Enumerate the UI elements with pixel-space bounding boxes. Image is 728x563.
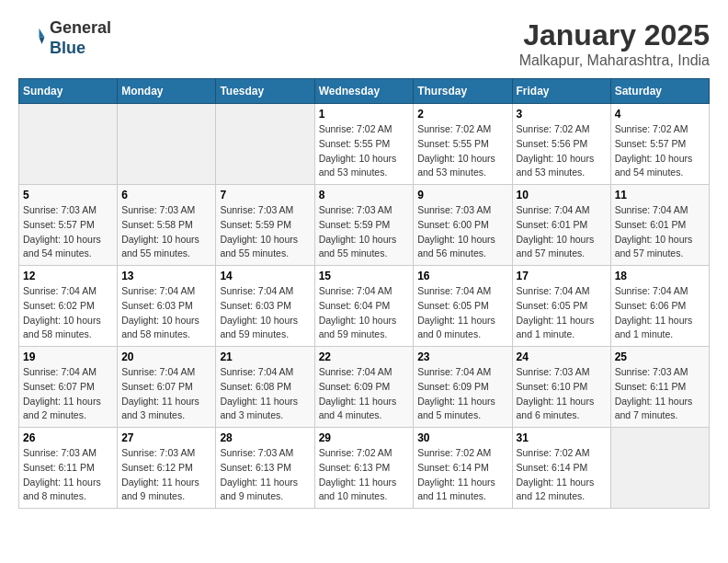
day-info: Sunrise: 7:04 AMSunset: 6:07 PMDaylight:… <box>23 365 113 423</box>
day-number: 1 <box>319 108 410 121</box>
daylight-text: Daylight: 11 hours and 0 minutes. <box>417 314 507 343</box>
sunset-text: Sunset: 6:11 PM <box>615 380 705 395</box>
day-info: Sunrise: 7:02 AMSunset: 6:14 PMDaylight:… <box>417 446 507 504</box>
day-number: 11 <box>615 189 705 201</box>
page-header: General Blue January 2025 Malkapur, Maha… <box>18 18 710 69</box>
day-number: 17 <box>517 270 607 282</box>
sunrise-text: Sunrise: 7:04 AM <box>417 365 507 380</box>
day-number: 18 <box>615 270 705 282</box>
day-info: Sunrise: 7:03 AMSunset: 6:11 PMDaylight:… <box>23 446 113 504</box>
calendar-cell: 11Sunrise: 7:04 AMSunset: 6:01 PMDayligh… <box>610 185 709 266</box>
daylight-text: Daylight: 10 hours and 59 minutes. <box>220 314 310 343</box>
day-number: 15 <box>319 270 410 282</box>
day-info: Sunrise: 7:04 AMSunset: 6:07 PMDaylight:… <box>121 365 211 423</box>
daylight-text: Daylight: 11 hours and 8 minutes. <box>23 476 113 505</box>
daylight-text: Daylight: 10 hours and 59 minutes. <box>319 314 410 343</box>
logo: General Blue <box>18 18 111 58</box>
sunset-text: Sunset: 6:03 PM <box>220 299 310 314</box>
calendar-cell: 9Sunrise: 7:03 AMSunset: 6:00 PMDaylight… <box>414 185 512 266</box>
day-info: Sunrise: 7:04 AMSunset: 6:03 PMDaylight:… <box>121 284 211 342</box>
sunrise-text: Sunrise: 7:04 AM <box>319 365 410 380</box>
daylight-text: Daylight: 11 hours and 9 minutes. <box>121 476 211 505</box>
daylight-text: Daylight: 10 hours and 58 minutes. <box>23 314 113 343</box>
calendar-cell: 23Sunrise: 7:04 AMSunset: 6:09 PMDayligh… <box>414 347 512 428</box>
sunset-text: Sunset: 6:04 PM <box>319 299 410 314</box>
day-info: Sunrise: 7:04 AMSunset: 6:08 PMDaylight:… <box>220 365 310 423</box>
day-number: 23 <box>417 350 507 363</box>
calendar-week-row: 26Sunrise: 7:03 AMSunset: 6:11 PMDayligh… <box>19 428 710 509</box>
day-number: 21 <box>220 350 310 363</box>
daylight-text: Daylight: 11 hours and 1 minute. <box>517 314 607 343</box>
sunrise-text: Sunrise: 7:04 AM <box>121 284 211 299</box>
sunset-text: Sunset: 6:02 PM <box>23 299 113 314</box>
day-info: Sunrise: 7:04 AMSunset: 6:02 PMDaylight:… <box>23 284 113 342</box>
sunset-text: Sunset: 6:10 PM <box>517 380 607 395</box>
sunset-text: Sunset: 6:14 PM <box>517 461 607 476</box>
sunset-text: Sunset: 6:08 PM <box>220 380 310 395</box>
daylight-text: Daylight: 11 hours and 10 minutes. <box>319 476 410 505</box>
daylight-text: Daylight: 11 hours and 2 minutes. <box>23 395 113 424</box>
calendar-cell: 5Sunrise: 7:03 AMSunset: 5:57 PMDaylight… <box>19 185 118 266</box>
day-info: Sunrise: 7:03 AMSunset: 5:57 PMDaylight:… <box>23 203 113 261</box>
calendar-cell: 19Sunrise: 7:04 AMSunset: 6:07 PMDayligh… <box>19 347 118 428</box>
day-number: 19 <box>23 350 113 363</box>
sunrise-text: Sunrise: 7:03 AM <box>319 203 410 218</box>
day-number: 14 <box>220 270 310 282</box>
sunrise-text: Sunrise: 7:03 AM <box>220 203 310 218</box>
calendar-week-row: 1Sunrise: 7:02 AMSunset: 5:55 PMDaylight… <box>19 104 710 185</box>
sunset-text: Sunset: 6:07 PM <box>121 380 211 395</box>
sunset-text: Sunset: 6:11 PM <box>23 461 113 476</box>
calendar-cell: 12Sunrise: 7:04 AMSunset: 6:02 PMDayligh… <box>19 266 118 347</box>
calendar-cell: 16Sunrise: 7:04 AMSunset: 6:05 PMDayligh… <box>414 266 512 347</box>
day-info: Sunrise: 7:02 AMSunset: 5:55 PMDaylight:… <box>319 122 410 180</box>
calendar-cell: 8Sunrise: 7:03 AMSunset: 5:59 PMDaylight… <box>314 185 414 266</box>
day-number: 12 <box>23 270 113 282</box>
sunrise-text: Sunrise: 7:03 AM <box>417 203 507 218</box>
calendar-cell: 14Sunrise: 7:04 AMSunset: 6:03 PMDayligh… <box>216 266 314 347</box>
sunrise-text: Sunrise: 7:04 AM <box>23 284 113 299</box>
daylight-text: Daylight: 11 hours and 12 minutes. <box>517 476 607 505</box>
sunrise-text: Sunrise: 7:03 AM <box>517 365 607 380</box>
sunset-text: Sunset: 5:55 PM <box>319 137 410 152</box>
day-number: 28 <box>220 431 310 444</box>
sunrise-text: Sunrise: 7:03 AM <box>23 446 113 461</box>
day-info: Sunrise: 7:04 AMSunset: 6:05 PMDaylight:… <box>517 284 607 342</box>
daylight-text: Daylight: 11 hours and 3 minutes. <box>121 395 211 424</box>
sunrise-text: Sunrise: 7:04 AM <box>517 203 607 218</box>
calendar-cell: 4Sunrise: 7:02 AMSunset: 5:57 PMDaylight… <box>610 104 709 185</box>
day-info: Sunrise: 7:02 AMSunset: 6:14 PMDaylight:… <box>517 446 607 504</box>
daylight-text: Daylight: 10 hours and 55 minutes. <box>319 233 410 262</box>
svg-marker-1 <box>40 37 45 44</box>
day-info: Sunrise: 7:04 AMSunset: 6:09 PMDaylight:… <box>319 365 410 423</box>
daylight-text: Daylight: 10 hours and 57 minutes. <box>615 233 705 262</box>
daylight-text: Daylight: 11 hours and 11 minutes. <box>417 476 507 505</box>
location-title: Malkapur, Maharashtra, India <box>519 52 710 69</box>
day-info: Sunrise: 7:04 AMSunset: 6:09 PMDaylight:… <box>417 365 507 423</box>
weekday-header-row: Sunday Monday Tuesday Wednesday Thursday… <box>19 79 710 104</box>
calendar-week-row: 5Sunrise: 7:03 AMSunset: 5:57 PMDaylight… <box>19 185 710 266</box>
logo-line2: Blue <box>50 39 111 59</box>
sunrise-text: Sunrise: 7:04 AM <box>517 284 607 299</box>
day-info: Sunrise: 7:02 AMSunset: 5:56 PMDaylight:… <box>517 122 607 180</box>
sunset-text: Sunset: 6:12 PM <box>121 461 211 476</box>
sunrise-text: Sunrise: 7:02 AM <box>417 446 507 461</box>
day-number: 26 <box>23 431 113 444</box>
calendar-cell: 29Sunrise: 7:02 AMSunset: 6:13 PMDayligh… <box>314 428 414 509</box>
sunrise-text: Sunrise: 7:02 AM <box>517 446 607 461</box>
sunrise-text: Sunrise: 7:03 AM <box>615 365 705 380</box>
sunrise-text: Sunrise: 7:04 AM <box>23 365 113 380</box>
sunset-text: Sunset: 6:01 PM <box>615 218 705 233</box>
day-info: Sunrise: 7:02 AMSunset: 5:55 PMDaylight:… <box>417 122 507 180</box>
sunset-text: Sunset: 6:05 PM <box>517 299 607 314</box>
sunset-text: Sunset: 5:57 PM <box>23 218 113 233</box>
day-number: 5 <box>23 189 113 201</box>
day-number: 7 <box>220 189 310 201</box>
calendar-cell <box>216 104 314 185</box>
sunset-text: Sunset: 6:07 PM <box>23 380 113 395</box>
day-number: 6 <box>121 189 211 201</box>
day-info: Sunrise: 7:03 AMSunset: 6:10 PMDaylight:… <box>517 365 607 423</box>
daylight-text: Daylight: 11 hours and 4 minutes. <box>319 395 410 424</box>
sunrise-text: Sunrise: 7:03 AM <box>121 203 211 218</box>
day-number: 16 <box>417 270 507 282</box>
daylight-text: Daylight: 11 hours and 9 minutes. <box>220 476 310 505</box>
